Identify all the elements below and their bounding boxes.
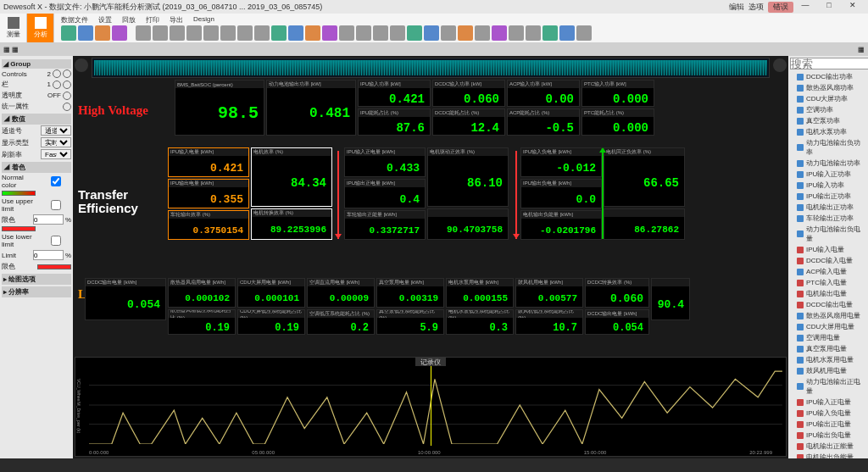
tree-item[interactable]: IPU输出正功率 — [788, 191, 868, 202]
metric-cell[interactable]: 电机转换效率 (%)89.2253996 — [251, 208, 332, 240]
tree-item[interactable]: 动力电池输出负电量 — [788, 224, 868, 244]
color-swatch[interactable] — [2, 191, 36, 196]
metric-cell[interactable]: ACP能耗占比 (%)-0.5 — [507, 108, 580, 136]
metric-cell[interactable]: 电机输出负能量 [kWh]-0.0201796 — [520, 210, 602, 240]
menu-item[interactable]: 打印 — [146, 15, 159, 25]
menu-item[interactable]: Design — [193, 15, 214, 25]
plus-icon[interactable] — [63, 69, 71, 78]
cursor-line[interactable] — [431, 366, 431, 446]
metric-cell[interactable]: 电机回正负效率 (%)66.65 — [604, 147, 685, 207]
tree-item[interactable]: DCDC输出电量 — [788, 299, 868, 310]
color-swatch[interactable] — [37, 264, 71, 269]
tree-item[interactable]: 车轮输出正功率 — [788, 213, 868, 224]
metric-cell[interactable]: CDU大屏低压系统能耗占比 (%)0.19 — [237, 309, 305, 335]
metric-cell[interactable]: 空调直流用电量 [kWh]0.00009 — [307, 278, 375, 308]
panel-right-icon[interactable]: ▦ — [858, 46, 865, 53]
metric-cell[interactable]: IPU输出负电量 [kWh]0.0 — [520, 179, 602, 208]
metric-cell[interactable]: DCDC输入功率 [kW]0.060 — [432, 80, 505, 107]
chart-icon[interactable] — [305, 25, 320, 41]
metric-cell[interactable]: 电机水泵低压系统能耗占比 (%)0.3 — [446, 309, 514, 335]
tree-item[interactable]: IPU输入电量 — [788, 244, 868, 255]
tree-item[interactable]: IPU输出正电量 — [788, 419, 868, 430]
metric-cell[interactable]: IPU输出正电量 [kWh]0.4 — [344, 179, 426, 208]
chart-icon[interactable] — [475, 25, 490, 41]
chart-icon[interactable] — [186, 25, 202, 41]
tree-item[interactable]: CDU大屏用电量 — [788, 321, 868, 332]
clock-icon[interactable] — [773, 58, 787, 72]
chart-icon[interactable] — [458, 25, 473, 41]
chart-icon[interactable] — [492, 25, 507, 41]
chart-icon[interactable] — [339, 25, 354, 41]
metric-cell[interactable]: ACP输入功率 [kW]0.00 — [507, 80, 580, 107]
metric-cell[interactable]: CDU大屏用电量 [kWh]0.000101 — [237, 278, 305, 308]
metric-cell[interactable]: DCDC转换效率 (%)0.060 — [585, 278, 649, 308]
chart-icon[interactable] — [441, 25, 456, 41]
chart-icon[interactable] — [237, 25, 253, 41]
tree-item[interactable]: 电机输出正能量 — [788, 441, 868, 452]
metric-cell[interactable]: 散热器风扇用电量 [kWh]0.000102 — [168, 278, 236, 308]
tree-item[interactable]: 动力电池输出功率 — [788, 158, 868, 169]
tree-item[interactable]: 空调功率 — [788, 104, 868, 115]
metric-cell[interactable]: IPU输出电量 [kWh]0.355 — [168, 179, 249, 208]
color-swatch[interactable] — [2, 226, 36, 231]
tool-icon[interactable] — [112, 25, 127, 41]
chart-icon[interactable] — [509, 25, 524, 41]
metric-cell[interactable]: IPU输入负电量 [kWh]-0.012 — [520, 147, 602, 177]
tree-item[interactable]: 电机输出正功率 — [788, 202, 868, 213]
tree-item[interactable]: 电机水泵用电量 — [788, 354, 868, 365]
panel-left-icon[interactable]: ▦ ▦ — [3, 46, 19, 53]
chart-icon[interactable] — [254, 25, 270, 41]
metric-cell[interactable]: DCDC输出电量 [kWh]0.054 — [85, 278, 166, 320]
chart-icon[interactable] — [170, 25, 185, 41]
chart-icon[interactable] — [322, 25, 337, 41]
tree-item[interactable]: 真空泵功率 — [788, 115, 868, 126]
metric-cell[interactable]: DCDC能耗占比 (%)12.4 — [432, 108, 505, 136]
metric-cell[interactable]: PTC输入功率 [kW]0.000 — [581, 80, 654, 107]
clock-icon[interactable] — [75, 58, 88, 72]
chart-icon[interactable] — [271, 25, 287, 41]
metric-cell[interactable]: 电机驱动正效率 (%)86.10 — [427, 147, 509, 207]
tree-item[interactable]: PTC输入电量 — [788, 277, 868, 288]
display-type-select[interactable]: 实时值 — [41, 137, 71, 147]
minus-icon[interactable] — [53, 69, 61, 78]
chart-icon[interactable] — [136, 25, 151, 41]
tree-item[interactable]: 鼓风机用电量 — [788, 365, 868, 376]
menu-item[interactable]: 回放 — [122, 15, 136, 25]
metric-cell[interactable]: 电机水泵用电量 [kWh]0.000155 — [446, 278, 514, 308]
chart-icon[interactable] — [288, 25, 303, 41]
metric-cell[interactable]: 86.27862 — [604, 208, 685, 240]
metric-cell[interactable]: 空调低压系统能耗占比 (%)0.2 — [307, 309, 375, 335]
overview-waveform[interactable] — [92, 58, 770, 78]
recorder-chart[interactable]: 记录仪 VCU_WheelM_Drive_pwr (k) 0:00.00005:… — [75, 357, 787, 457]
close-button[interactable]: ✕ — [841, 1, 865, 13]
tree-item[interactable]: DCDC输入电量 — [788, 255, 868, 266]
lower-val[interactable] — [33, 250, 64, 260]
metric-cell[interactable]: 车轮输出效率 (%)0.3750154 — [168, 210, 249, 240]
metric-cell[interactable]: BMS_BattSOC (percent)98.5 — [175, 80, 264, 136]
minus-icon[interactable] — [53, 81, 61, 89]
tree-item[interactable]: 空调用电量 — [788, 332, 868, 343]
tab-analyze[interactable]: 分析 — [27, 14, 54, 42]
menu-item[interactable]: 数据文件 — [61, 15, 88, 25]
tree-item[interactable]: IPU输入正功率 — [788, 169, 868, 180]
metric-cell[interactable]: 电机效率 (%)84.34 — [251, 147, 332, 207]
metric-cell[interactable]: IPU输入正电量 [kWh]0.433 — [344, 147, 426, 177]
tree-item[interactable]: IPU输入正电量 — [788, 397, 868, 408]
metric-cell[interactable]: IPU能耗占比 (%)87.6 — [358, 108, 431, 136]
chart-icon[interactable] — [407, 25, 422, 41]
metric-cell[interactable]: IPU输入电量 [kWh]0.421 — [168, 147, 249, 177]
metric-cell[interactable]: 90.4703758 — [427, 208, 509, 240]
tree-item[interactable]: DCDC输出功率 — [788, 71, 868, 82]
tree-item[interactable]: ACP输入电量 — [788, 266, 868, 277]
metric-cell[interactable]: 真空泵用电量 [kWh]0.00319 — [376, 278, 444, 308]
tree-item[interactable]: 电机输出电量 — [788, 288, 868, 299]
chart-icon[interactable] — [576, 25, 592, 41]
maximize-button[interactable]: □ — [817, 1, 841, 13]
tree-item[interactable]: 电机输出负能量 — [788, 452, 868, 458]
tree-item[interactable]: IPU输入负电量 — [788, 408, 868, 419]
chart-icon[interactable] — [559, 25, 575, 41]
search-input[interactable] — [790, 58, 868, 69]
tree-item[interactable]: 动力电池输出正电量 — [788, 376, 868, 397]
toggle-off[interactable]: OFF — [47, 92, 61, 99]
tree-item[interactable]: 真空泵用电量 — [788, 343, 868, 354]
